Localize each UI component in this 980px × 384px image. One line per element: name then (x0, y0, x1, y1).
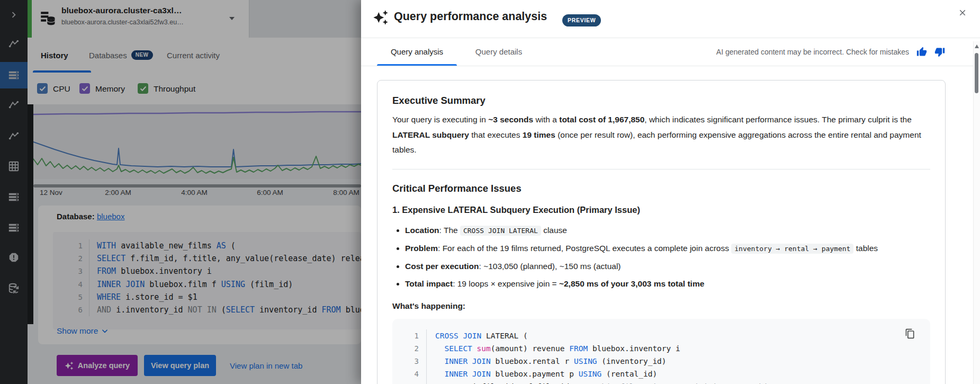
line-number: 4 (392, 368, 427, 380)
thumbs-down-button[interactable] (934, 47, 945, 57)
panel-title: Query performance analysis (394, 10, 547, 23)
thumb-down-icon (934, 47, 945, 57)
sparkle-icon (373, 10, 389, 25)
copy-button[interactable] (903, 326, 918, 343)
code-line: 3 INNER JOIN bluebox.rental r USING (inv… (392, 355, 930, 368)
copy-icon (905, 328, 915, 339)
scrollbar-thumb[interactable] (975, 53, 978, 93)
code-line: 1CROSS JOIN LATERAL ( (392, 329, 930, 342)
issue-bullet: Total impact: 19 loops × expensive join … (405, 278, 930, 290)
line-number: 1 (392, 329, 427, 342)
code-line: 5 WHERE i.film_id = f.film_id -- This fi… (392, 380, 930, 384)
panel-header: Query performance analysis PREVIEW (361, 0, 980, 38)
critical-issues-heading: Critical Performance Issues (392, 183, 930, 194)
close-icon (958, 7, 967, 19)
tab-query-analysis[interactable]: Query analysis (377, 38, 457, 66)
modal-scrim[interactable] (0, 0, 361, 384)
scroll-up-arrow[interactable] (975, 44, 979, 48)
line-number: 3 (392, 355, 427, 368)
active-tab-underline (377, 64, 457, 66)
ai-disclaimer: AI generated content may be incorrect. C… (716, 38, 945, 66)
code-line: 4 INNER JOIN bluebox.payment p USING (re… (392, 368, 930, 380)
issue-1-heading: 1. Expensive LATERAL Subquery Execution … (392, 205, 930, 215)
app-root: bluebox-aurora.cluster-ca3xl… bluebox-au… (0, 0, 980, 384)
workspace: bluebox-aurora.cluster-ca3xl… bluebox-au… (0, 0, 361, 384)
panel-scrollbar[interactable] (973, 41, 980, 384)
thumbs-up-button[interactable] (916, 47, 927, 57)
analysis-card: Executive Summary Your query is executin… (377, 80, 946, 384)
analysis-panel: Query performance analysis PREVIEW Query… (361, 0, 980, 384)
thumb-up-icon (916, 47, 927, 57)
issue-bullet: Cost per execution: ~103,050 (planned), … (405, 261, 930, 272)
issue-bullet-list: Location: The CROSS JOIN LATERAL clause … (392, 225, 930, 290)
code-block: 1CROSS JOIN LATERAL ( 2 SELECT sum(amoun… (392, 319, 930, 384)
issue-bullet: Problem: For each of the 19 films return… (405, 243, 930, 255)
exec-summary-paragraph: Your query is executing in ~3 seconds wi… (392, 112, 928, 158)
line-number: 5 (392, 380, 427, 384)
whats-happening-label: What's happening: (392, 301, 930, 311)
tab-query-details[interactable]: Query details (464, 38, 533, 66)
line-number: 2 (392, 342, 427, 355)
section-divider (392, 169, 930, 169)
exec-summary-heading: Executive Summary (392, 95, 930, 106)
close-button[interactable] (955, 5, 970, 21)
preview-badge: PREVIEW (562, 14, 601, 26)
code-line: 2 SELECT sum(amount) revenue FROM bluebo… (392, 342, 930, 355)
issue-bullet: Location: The CROSS JOIN LATERAL clause (405, 225, 930, 237)
